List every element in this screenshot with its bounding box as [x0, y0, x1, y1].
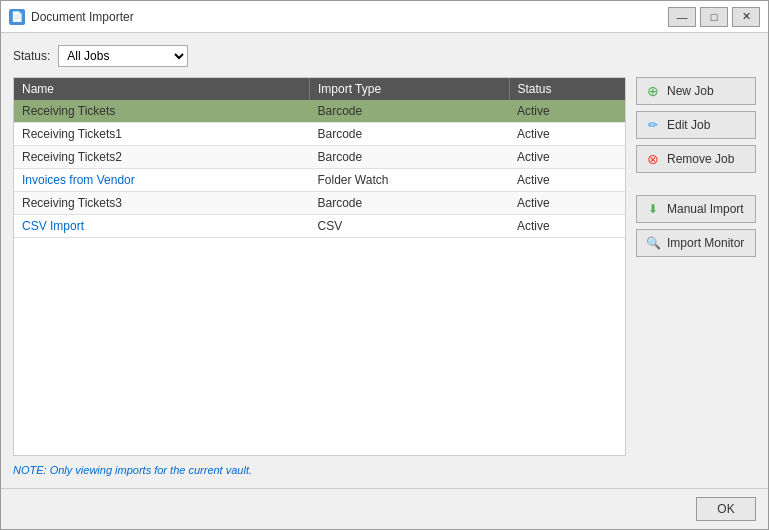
row-status: Active	[509, 123, 625, 146]
main-area: Name Import Type Status Receiving Ticket…	[13, 77, 756, 456]
remove-job-label: Remove Job	[667, 152, 734, 166]
buttons-panel: ⊕ New Job ✏ Edit Job ⊗ Remove Job ⬇ Manu…	[636, 77, 756, 456]
row-import-type: Barcode	[309, 146, 509, 169]
table-header-row: Name Import Type Status	[14, 78, 625, 100]
maximize-button[interactable]: □	[700, 7, 728, 27]
remove-job-icon: ⊗	[645, 151, 661, 167]
new-job-label: New Job	[667, 84, 714, 98]
bottom-bar: OK	[1, 488, 768, 529]
content-area: Status: All Jobs Active Inactive Name Im…	[1, 33, 768, 488]
row-import-type: CSV	[309, 215, 509, 238]
status-select[interactable]: All Jobs Active Inactive	[58, 45, 188, 67]
ok-button[interactable]: OK	[696, 497, 756, 521]
table-row[interactable]: Receiving TicketsBarcodeActive	[14, 100, 625, 123]
edit-job-label: Edit Job	[667, 118, 710, 132]
title-bar: 📄 Document Importer — □ ✕	[1, 1, 768, 33]
col-name: Name	[14, 78, 309, 100]
row-name: CSV Import	[14, 215, 309, 238]
row-import-type: Folder Watch	[309, 169, 509, 192]
main-window: 📄 Document Importer — □ ✕ Status: All Jo…	[0, 0, 769, 530]
row-name: Receiving Tickets3	[14, 192, 309, 215]
app-icon: 📄	[9, 9, 25, 25]
button-divider	[636, 179, 756, 189]
table-row[interactable]: Receiving Tickets3BarcodeActive	[14, 192, 625, 215]
table-row[interactable]: CSV ImportCSVActive	[14, 215, 625, 238]
row-status: Active	[509, 100, 625, 123]
window-controls: — □ ✕	[668, 7, 760, 27]
manual-import-icon: ⬇	[645, 201, 661, 217]
col-import-type: Import Type	[309, 78, 509, 100]
row-name: Receiving Tickets2	[14, 146, 309, 169]
row-status: Active	[509, 146, 625, 169]
table-row[interactable]: Receiving Tickets1BarcodeActive	[14, 123, 625, 146]
import-monitor-button[interactable]: 🔍 Import Monitor	[636, 229, 756, 257]
new-job-button[interactable]: ⊕ New Job	[636, 77, 756, 105]
row-name: Invoices from Vendor	[14, 169, 309, 192]
edit-job-button[interactable]: ✏ Edit Job	[636, 111, 756, 139]
row-import-type: Barcode	[309, 100, 509, 123]
table-row[interactable]: Receiving Tickets2BarcodeActive	[14, 146, 625, 169]
col-status: Status	[509, 78, 625, 100]
import-monitor-label: Import Monitor	[667, 236, 744, 250]
row-name: Receiving Tickets	[14, 100, 309, 123]
row-import-type: Barcode	[309, 192, 509, 215]
row-import-type: Barcode	[309, 123, 509, 146]
row-status: Active	[509, 192, 625, 215]
table-row[interactable]: Invoices from VendorFolder WatchActive	[14, 169, 625, 192]
table-body: Receiving TicketsBarcodeActiveReceiving …	[14, 100, 625, 238]
row-status: Active	[509, 169, 625, 192]
note-bar: NOTE: Only viewing imports for the curre…	[13, 464, 756, 476]
status-row: Status: All Jobs Active Inactive	[13, 45, 756, 67]
note-text: NOTE: Only viewing imports for the curre…	[13, 464, 252, 476]
remove-job-button[interactable]: ⊗ Remove Job	[636, 145, 756, 173]
import-monitor-icon: 🔍	[645, 235, 661, 251]
close-button[interactable]: ✕	[732, 7, 760, 27]
minimize-button[interactable]: —	[668, 7, 696, 27]
row-status: Active	[509, 215, 625, 238]
new-job-icon: ⊕	[645, 83, 661, 99]
jobs-table: Name Import Type Status Receiving Ticket…	[14, 78, 625, 238]
manual-import-button[interactable]: ⬇ Manual Import	[636, 195, 756, 223]
status-label: Status:	[13, 49, 50, 63]
jobs-table-container: Name Import Type Status Receiving Ticket…	[13, 77, 626, 456]
manual-import-label: Manual Import	[667, 202, 744, 216]
edit-job-icon: ✏	[645, 117, 661, 133]
row-name: Receiving Tickets1	[14, 123, 309, 146]
window-title: Document Importer	[31, 10, 668, 24]
